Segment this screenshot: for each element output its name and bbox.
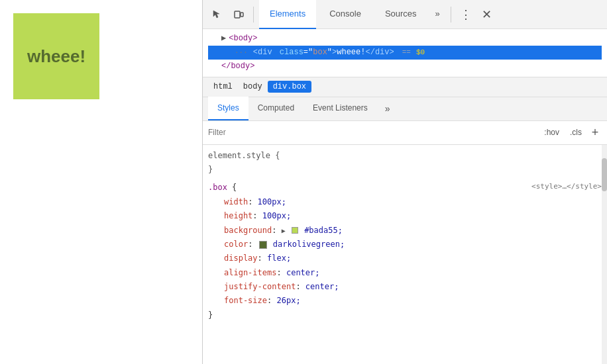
styles-tabs: Styles Computed Event Listeners » [203, 97, 607, 121]
svg-rect-0 [235, 11, 240, 18]
css-panel: element.style { } .box { <style>…</style… [203, 145, 607, 364]
background-color-swatch[interactable] [292, 227, 298, 234]
body-close-tag-line[interactable]: </body> [208, 60, 602, 73]
device-toolbar-icon[interactable] [229, 5, 248, 24]
filter-input[interactable] [208, 128, 535, 137]
tab-elements[interactable]: Elements [259, 0, 316, 29]
elements-panel: ▶ <body> ··· <div class="box">wheee!</di… [203, 29, 607, 77]
css-block-box: .box { <style>…</style> width: 100px; he… [203, 179, 607, 325]
equals-sign: == [402, 47, 411, 59]
devtools-toolbar: Elements Console Sources » ⋮ ✕ [203, 0, 607, 29]
background-expand-arrow[interactable]: ▶ [282, 227, 286, 234]
css-selector-element-style: element.style { [208, 149, 602, 163]
css-selector-box-line: .box { <style>…</style> [208, 181, 602, 195]
close-devtools-icon[interactable]: ✕ [478, 5, 496, 24]
filter-buttons: :hov .cls + [540, 126, 602, 139]
css-closing-brace-element-style: } [208, 163, 602, 177]
tab-computed[interactable]: Computed [248, 97, 304, 120]
css-prop-height: height: 100px; [208, 209, 602, 223]
demo-box-text: wheee! [27, 46, 85, 67]
dollar-zero: $0 [416, 47, 425, 59]
css-prop-display: display: flex; [208, 251, 602, 265]
tab-more[interactable]: » [430, 0, 445, 29]
toolbar-separator [253, 7, 254, 23]
hov-button[interactable]: :hov [540, 126, 563, 138]
page-area: wheee! [0, 0, 202, 364]
css-prop-justify-content: justify-content: center; [208, 280, 602, 294]
svg-rect-1 [241, 13, 243, 17]
body-tag-line[interactable]: ▶ <body> [208, 32, 602, 46]
add-style-icon[interactable]: + [588, 126, 602, 139]
styles-tab-more-icon[interactable]: » [380, 97, 396, 120]
tab-sources[interactable]: Sources [374, 0, 427, 29]
css-closing-brace-box: } [208, 308, 602, 322]
css-prop-background: background: ▶ #bada55; [208, 224, 602, 238]
scrollbar-track[interactable] [602, 145, 607, 364]
breadcrumb-html[interactable]: html [208, 81, 238, 93]
css-source-box: <style>…</style> [531, 181, 602, 193]
expand-arrow: ▶ [221, 32, 226, 45]
breadcrumb-divbox[interactable]: div.box [268, 81, 311, 93]
inspect-element-icon[interactable] [208, 5, 227, 24]
tab-event-listeners[interactable]: Event Listeners [304, 97, 377, 120]
css-prop-font-size: font-size: 26px; [208, 294, 602, 308]
cls-button[interactable]: .cls [566, 126, 586, 138]
filter-bar: :hov .cls + [203, 121, 607, 145]
devtools-panel: Elements Console Sources » ⋮ ✕ ▶ <body> … [202, 0, 607, 364]
css-prop-width: width: 100px; [208, 195, 602, 209]
breadcrumb: html body div.box [203, 77, 607, 97]
tab-console[interactable]: Console [319, 0, 372, 29]
breadcrumb-body[interactable]: body [238, 81, 268, 93]
color-swatch[interactable] [259, 241, 267, 249]
demo-box: wheee! [13, 13, 99, 99]
toolbar-separator-2 [451, 7, 451, 23]
css-block-element-style: element.style { } [203, 148, 607, 180]
more-options-icon[interactable]: ⋮ [457, 5, 475, 24]
css-prop-color: color: darkolivegreen; [208, 238, 602, 251]
tab-styles[interactable]: Styles [208, 97, 248, 120]
div-box-line[interactable]: ··· <div class="box">wheee!</div> == $0 [208, 46, 602, 60]
scrollbar-thumb[interactable] [602, 158, 607, 191]
css-prop-align-items: align-items: center; [208, 266, 602, 280]
